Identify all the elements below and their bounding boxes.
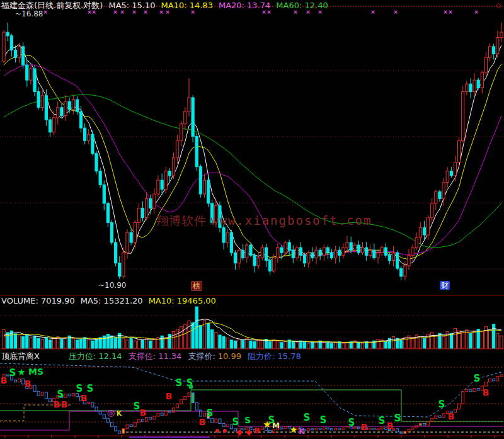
watermark: 翔博软件 www.xiangbosoft.com [156,213,372,229]
svg-text:B: B [199,417,206,427]
svg-text:B: B [361,422,368,432]
svg-text:S: S [304,412,311,423]
svg-text:S: S [438,399,445,410]
kline-header: 福建金森(日线.前复权.对数) MA5: 15.10 MA10: 14.83 M… [1,1,334,10]
support-price-label: 支撑价: [188,351,215,361]
svg-text:◎: ◎ [107,408,115,418]
svg-text:S: S [379,415,386,426]
svg-text:B: B [140,408,147,418]
svg-text:◆: ◆ [236,428,243,436]
svg-text:B: B [483,387,490,397]
svg-text:B: B [254,426,260,435]
ma60-value: MA60: 12.40 [276,1,328,10]
svg-text:B: B [25,379,32,389]
svg-text:S: S [320,414,327,426]
svg-text:S: S [394,412,401,424]
stock-title: 福建金森(日线.前复权.对数) [1,1,103,10]
svg-text:S: S [57,389,64,400]
svg-text:B: B [81,393,88,403]
svg-text:S: S [76,383,83,394]
svg-text:B: B [1,375,8,385]
svg-text:★: ★ [17,367,25,378]
indicator-name: 顶底背离X [1,351,40,361]
volume-header: VOLUME: 7019.90 MA5: 15321.20 MA10: 1946… [1,296,222,305]
high-price-label: ~16.88 [15,9,43,19]
svg-text:B: B [54,399,60,409]
ma10-value: MA10: 14.83 [161,1,213,10]
watermark-url: www.xiangbosoft.com [211,214,372,227]
svg-text:S: S [268,414,275,426]
pressure-level: 压力位: 12.14 [69,351,122,361]
svg-text:B: B [166,391,173,401]
volume-value: VOLUME: 7019.90 [1,296,75,305]
svg-text:K: K [299,427,305,436]
ma20-value: MA20: 13.74 [219,1,270,10]
svg-text:S: S [474,373,481,384]
svg-text:×: × [474,9,479,15]
ma5-value: MA5: 15.10 [108,1,155,10]
svg-text:S: S [348,417,355,428]
support-price-value: 10.99 [218,351,241,361]
svg-text:◇: ◇ [496,1,501,9]
volume-ma5: MA5: 15321.20 [81,296,143,305]
watermark-brand: 翔博软件 [156,214,207,227]
resistance-price: 阻力价: 15.78 [248,351,301,361]
svg-text:K: K [117,409,122,418]
svg-text:B: B [387,421,394,431]
svg-text:★: ★ [290,425,298,435]
svg-text:B: B [61,399,68,409]
svg-text:MS: MS [28,367,43,377]
svg-text:S: S [207,408,214,419]
support-level: 支撑位: 11.34 [129,351,182,361]
rank-badge[interactable]: 榜 [191,281,202,291]
svg-text:S: S [244,415,251,425]
low-price-label: ~10.90 [98,281,126,290]
svg-text:×: × [443,9,448,15]
svg-text:B: B [448,411,455,421]
stock-chart-window: ××××××××××××××××××××◇S★MSBBSBBSSB◎KSBBSS… [0,0,504,439]
svg-text:×: × [448,9,453,15]
svg-text:S: S [232,416,239,428]
indicator-header: 顶底背离X 压力位: 12.14 支撑位: 11.34 支撑价: 10.99 阻… [1,351,301,361]
svg-text:×: × [370,9,375,15]
svg-text:◆: ◆ [246,428,252,436]
svg-text:×: × [393,9,398,15]
svg-text:S: S [87,383,94,394]
svg-text:S: S [176,377,183,389]
volume-ma10: MA10: 19465.00 [149,296,216,305]
svg-text:S: S [9,367,16,379]
finance-badge[interactable]: 财 [440,281,450,290]
